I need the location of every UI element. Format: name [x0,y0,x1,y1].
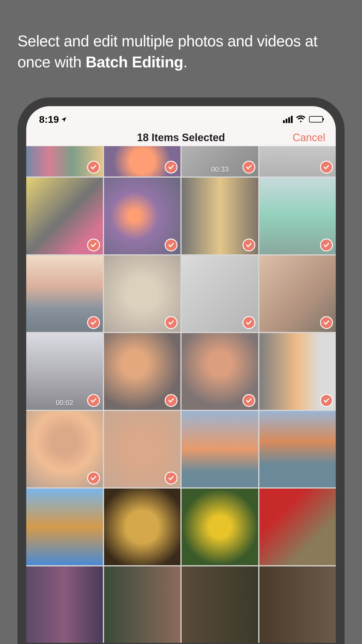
photo-thumbnail [104,489,181,565]
selection-check-icon [242,394,255,407]
photo-cell[interactable] [182,489,258,565]
photo-thumbnail [259,489,336,565]
selection-check-icon [242,161,255,174]
phone-frame: 8:19 18 Items Selected Cancel 00:3300:02 [17,97,345,644]
photo-cell[interactable] [104,489,181,565]
photo-cell[interactable] [259,411,336,488]
photo-cell[interactable] [26,178,103,254]
selection-check-icon [87,316,100,329]
photo-cell[interactable] [104,566,181,643]
selection-check-icon [320,239,333,251]
selection-check-icon [165,316,178,329]
photo-cell[interactable] [182,411,258,488]
promo-text-bold: Batch Editing [86,53,183,71]
battery-icon [309,116,323,123]
selection-check-icon [320,394,333,407]
photo-cell[interactable] [182,566,258,643]
selection-check-icon [87,394,100,407]
photo-thumbnail [182,489,258,565]
nav-bar: 18 Items Selected Cancel [26,129,336,146]
selection-check-icon [320,316,333,329]
photo-cell[interactable] [182,178,258,254]
photo-cell[interactable] [104,146,181,176]
nav-title: 18 Items Selected [137,132,225,144]
photo-cell[interactable]: 00:33 [182,146,258,176]
photo-cell[interactable]: 00:02 [26,333,103,410]
video-duration: 00:02 [56,399,73,407]
photo-cell[interactable] [104,256,181,332]
video-duration: 00:33 [211,165,229,174]
location-icon [61,114,67,125]
photo-thumbnail [259,411,336,488]
wifi-icon [296,115,305,123]
photo-cell[interactable] [259,333,336,410]
selection-check-icon [87,161,100,174]
selection-check-icon [165,472,178,484]
photo-cell[interactable] [259,489,336,565]
selection-check-icon [242,239,255,251]
selection-check-icon [165,239,178,251]
photo-cell[interactable] [182,333,258,410]
selection-check-icon [320,161,333,174]
photo-thumbnail [26,566,103,643]
status-time-group: 8:19 [39,114,67,125]
promo-text-suffix: . [183,53,187,71]
photo-cell[interactable] [104,411,181,488]
photo-cell[interactable] [182,256,258,332]
photo-cell[interactable] [26,146,103,176]
cancel-button[interactable]: Cancel [293,132,325,144]
photo-thumbnail [104,566,181,643]
status-time: 8:19 [39,114,59,125]
photo-grid[interactable]: 00:3300:02 [26,146,336,643]
selection-check-icon [165,394,178,407]
selection-check-icon [87,472,100,484]
status-bar: 8:19 [26,113,336,126]
photo-cell[interactable] [26,256,103,332]
photo-thumbnail [182,411,258,488]
photo-thumbnail [259,566,336,643]
photo-cell[interactable] [259,256,336,332]
photo-cell[interactable] [26,489,103,565]
promo-caption: Select and edit multiple photos and vide… [17,31,345,72]
photo-cell[interactable] [259,178,336,254]
photo-cell[interactable] [259,566,336,643]
photo-thumbnail [182,566,258,643]
status-indicators [283,115,323,123]
photo-cell[interactable] [104,333,181,410]
photo-cell[interactable] [26,566,103,643]
signal-icon [283,116,293,123]
selection-check-icon [165,161,178,174]
photo-cell[interactable] [104,178,181,254]
photo-cell[interactable] [259,146,336,176]
photo-cell[interactable] [26,411,103,488]
photo-thumbnail [26,489,103,565]
selection-check-icon [242,316,255,329]
phone-screen: 8:19 18 Items Selected Cancel 00:3300:02 [26,106,336,643]
selection-check-icon [87,239,100,251]
